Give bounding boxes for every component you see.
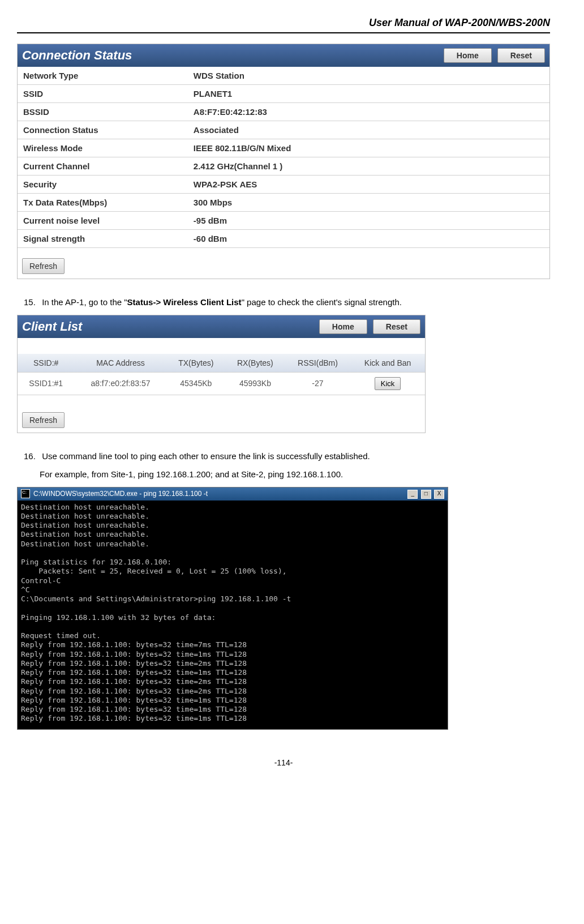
row-label: Connection Status: [18, 121, 188, 139]
table-row: Current Channel2.412 GHz(Channel 1 ): [18, 157, 549, 176]
step-number: 16.: [24, 450, 40, 463]
table-row: SecurityWPA2-PSK AES: [18, 176, 549, 194]
doc-header: User Manual of WAP-200N/WBS-200N: [17, 17, 550, 33]
panel-title: Connection Status: [22, 48, 132, 63]
row-value: WPA2-PSK AES: [188, 176, 549, 194]
column-header: MAC Address: [74, 354, 166, 373]
table-row: Network TypeWDS Station: [18, 67, 549, 85]
client-list-panel: Client List Home Reset SSID:#MAC Address…: [17, 315, 426, 433]
row-label: Tx Data Rates(Mbps): [18, 194, 188, 212]
cell-tx: 45345Kb: [167, 372, 226, 395]
row-label: Signal strength: [18, 230, 188, 248]
table-row: SSID1:#1 a8:f7:e0:2f:83:57 45345Kb 45993…: [18, 372, 425, 395]
row-value: 2.412 GHz(Channel 1 ): [188, 157, 549, 176]
cell-rssi: -27: [285, 372, 350, 395]
column-header: Kick and Ban: [350, 354, 425, 373]
home-button[interactable]: Home: [319, 319, 367, 334]
row-value: WDS Station: [188, 67, 549, 85]
table-row: BSSIDA8:F7:E0:42:12:83: [18, 103, 549, 121]
row-value: IEEE 802.11B/G/N Mixed: [188, 139, 549, 157]
table-row: Signal strength-60 dBm: [18, 230, 549, 248]
step-text: In the AP-1, go to the ": [42, 297, 127, 307]
column-header: TX(Bytes): [167, 354, 226, 373]
cmd-title-text: C:\WINDOWS\system32\CMD.exe - ping 192.1…: [33, 490, 208, 498]
cell-mac: a8:f7:e0:2f:83:57: [74, 372, 166, 395]
row-label: Network Type: [18, 67, 188, 85]
step-16: 16. Use command line tool to ping each o…: [24, 450, 550, 463]
refresh-button[interactable]: Refresh: [22, 412, 65, 428]
step-16b: For example, from Site-1, ping 192.168.1…: [40, 468, 550, 481]
table-row: Current noise level-95 dBm: [18, 212, 549, 230]
cell-ssid: SSID1:#1: [18, 372, 74, 395]
reset-button[interactable]: Reset: [497, 48, 545, 63]
row-label: Current Channel: [18, 157, 188, 176]
row-value: PLANET1: [188, 85, 549, 103]
cell-rx: 45993Kb: [225, 372, 285, 395]
column-header: RSSI(dBm): [285, 354, 350, 373]
step-number: 15.: [24, 296, 40, 309]
cmd-window: C:\WINDOWS\system32\CMD.exe - ping 192.1…: [17, 487, 448, 730]
cmd-output: Destination host unreachable. Destinatio…: [18, 500, 448, 729]
row-label: Security: [18, 176, 188, 194]
maximize-button[interactable]: □: [421, 490, 431, 499]
kick-button[interactable]: Kick: [375, 377, 401, 390]
table-row: Connection StatusAssociated: [18, 121, 549, 139]
row-value: 300 Mbps: [188, 194, 549, 212]
client-table: SSID:#MAC AddressTX(Bytes)RX(Bytes)RSSI(…: [18, 354, 425, 395]
row-label: SSID: [18, 85, 188, 103]
panel-header: Client List Home Reset: [18, 315, 425, 338]
table-row: Wireless ModeIEEE 802.11B/G/N Mixed: [18, 139, 549, 157]
row-value: -60 dBm: [188, 230, 549, 248]
status-table: Network TypeWDS StationSSIDPLANET1BSSIDA…: [18, 67, 549, 248]
row-label: Wireless Mode: [18, 139, 188, 157]
minimize-button[interactable]: _: [407, 490, 418, 499]
reset-button[interactable]: Reset: [373, 319, 420, 334]
row-value: A8:F7:E0:42:12:83: [188, 103, 549, 121]
row-label: Current noise level: [18, 212, 188, 230]
panel-header: Connection Status Home Reset: [18, 44, 549, 67]
cell-kick: Kick: [350, 372, 425, 395]
row-value: Associated: [188, 121, 549, 139]
table-row: SSIDPLANET1: [18, 85, 549, 103]
row-label: BSSID: [18, 103, 188, 121]
step-15: 15. In the AP-1, go to the "Status-> Wir…: [24, 296, 550, 309]
step-bold: Status-> Wireless Client List: [127, 297, 242, 307]
panel-title: Client List: [22, 319, 82, 334]
column-header: RX(Bytes): [225, 354, 285, 373]
refresh-button[interactable]: Refresh: [22, 258, 65, 274]
close-button[interactable]: X: [434, 490, 444, 499]
cmd-titlebar: C:\WINDOWS\system32\CMD.exe - ping 192.1…: [18, 487, 448, 500]
connection-status-panel: Connection Status Home Reset Network Typ…: [17, 44, 550, 279]
step-text-b: " page to check the client's signal stre…: [242, 297, 402, 307]
page-number: -114-: [17, 758, 550, 767]
table-row: Tx Data Rates(Mbps)300 Mbps: [18, 194, 549, 212]
cmd-icon: [21, 489, 30, 498]
row-value: -95 dBm: [188, 212, 549, 230]
column-header: SSID:#: [18, 354, 74, 373]
home-button[interactable]: Home: [444, 48, 492, 63]
step-text: Use command line tool to ping each other…: [42, 451, 370, 461]
